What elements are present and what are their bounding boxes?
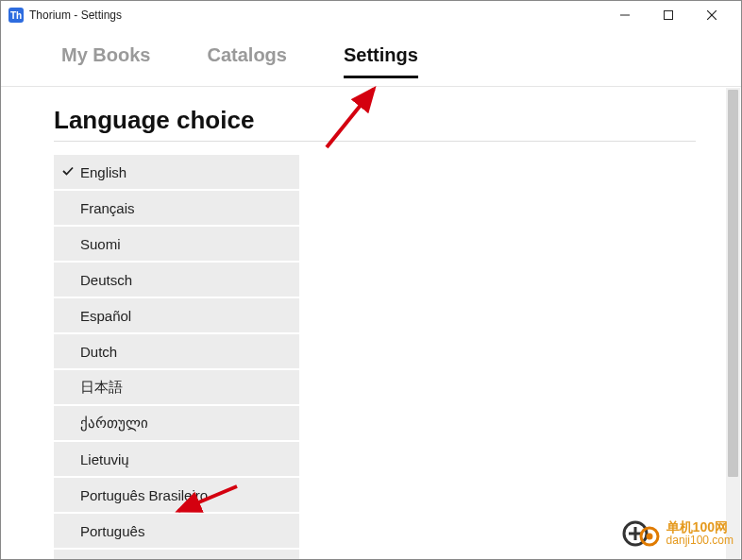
content-area: Language choice English Français Suomi D… <box>1 87 741 560</box>
close-button[interactable] <box>690 1 734 29</box>
language-option-espanol[interactable]: Español <box>54 298 299 332</box>
tab-bar: My Books Catalogs Settings <box>1 29 741 87</box>
tab-my-books[interactable]: My Books <box>61 44 150 78</box>
language-label: Français <box>80 200 135 216</box>
language-label: Dutch <box>80 344 117 360</box>
language-label: Español <box>80 308 131 324</box>
language-option-dutch[interactable]: Dutch <box>54 334 299 368</box>
window-title: Thorium - Settings <box>29 8 122 22</box>
window-titlebar: Th Thorium - Settings <box>1 1 741 29</box>
language-list: English Français Suomi Deutsch Español D… <box>54 155 299 560</box>
section-title: Language choice <box>54 106 726 135</box>
tab-catalogs[interactable]: Catalogs <box>207 44 286 78</box>
scrollbar-track[interactable] <box>726 88 740 560</box>
minimize-button[interactable] <box>603 1 647 29</box>
language-option-suomi[interactable]: Suomi <box>54 227 299 261</box>
language-option-lithuanian[interactable]: Lietuvių <box>54 442 299 476</box>
language-label: Suomi <box>80 236 121 252</box>
scrollbar-thumb[interactable] <box>728 90 738 477</box>
tab-settings[interactable]: Settings <box>344 44 418 78</box>
app-icon: Th <box>8 8 24 23</box>
language-label: Lietuvių <box>80 451 129 467</box>
check-icon <box>61 164 75 180</box>
language-option-chinese-cn[interactable]: 中文 - 中国 <box>54 550 299 560</box>
language-option-georgian[interactable]: ქართული <box>54 406 299 440</box>
language-label: Deutsch <box>80 272 132 288</box>
section-divider <box>54 141 696 142</box>
svg-rect-1 <box>665 11 673 20</box>
maximize-button[interactable] <box>647 1 690 29</box>
language-label: 日本語 <box>80 379 123 397</box>
language-label: ქართული <box>80 415 148 432</box>
language-option-portuguese[interactable]: Português <box>54 514 299 548</box>
language-option-japanese[interactable]: 日本語 <box>54 370 299 404</box>
language-label: Português Brasileiro <box>80 487 208 503</box>
language-option-francais[interactable]: Français <box>54 191 299 225</box>
window-controls <box>603 1 734 29</box>
language-option-portuguese-br[interactable]: Português Brasileiro <box>54 478 299 512</box>
language-label: English <box>80 164 126 180</box>
language-label: Português <box>80 523 144 539</box>
language-option-deutsch[interactable]: Deutsch <box>54 263 299 297</box>
language-option-english[interactable]: English <box>54 155 299 189</box>
